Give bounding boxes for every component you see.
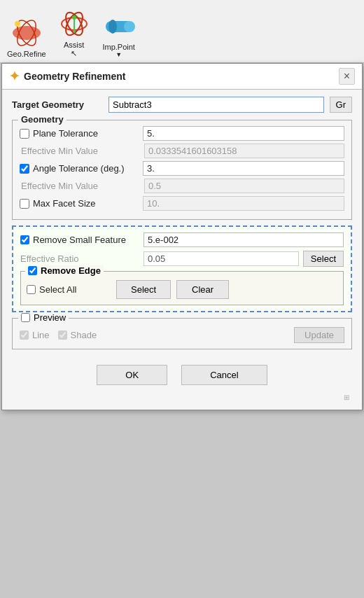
remove-small-feature-row: Remove Small Feature [20, 232, 344, 247]
toolbar-assist-label: Assist [64, 41, 84, 49]
toolbar-imp-point[interactable]: Imp.Point ▼ [102, 9, 136, 58]
preview-label-box: Preview [18, 312, 69, 323]
dialog-title-text: Geometry Refinement [24, 71, 125, 82]
dialog-title-icon: ✦ [9, 69, 20, 84]
remove-edge-group-label: Remove Edge [25, 265, 104, 276]
effective-ratio-label: Effective Ratio [20, 253, 139, 264]
gr-button[interactable]: Gr [330, 97, 352, 113]
close-button[interactable]: × [339, 68, 355, 85]
max-facet-size-input[interactable] [143, 196, 344, 211]
line-label[interactable]: Line [20, 330, 50, 340]
angle-tolerance-input[interactable] [143, 161, 344, 176]
toolbar-imp-point-label: Imp.Point [102, 43, 134, 51]
effective-min-row-1: Effective Min Value [20, 144, 344, 158]
effective-min-row-2: Effective Min Value [20, 179, 344, 193]
toolbar-assist[interactable]: Assist ↖ [57, 7, 91, 58]
plane-tolerance-checkbox[interactable] [20, 129, 29, 139]
dialog-body: Target Geometry Gr Geometry Plane Tolera… [2, 90, 362, 410]
select-all-checkbox[interactable] [27, 285, 36, 294]
preview-group: Preview Line Shade Update [12, 318, 352, 349]
max-facet-size-checkbox[interactable] [20, 199, 29, 209]
bottom-buttons: OK Cancel [12, 358, 352, 392]
update-button[interactable]: Update [294, 327, 344, 343]
geometry-group-label: Geometry [18, 114, 66, 125]
select-button[interactable]: Select [116, 280, 171, 299]
clear-button[interactable]: Clear [176, 280, 229, 299]
angle-tolerance-row: Angle Tolerance (deg.) [20, 161, 344, 176]
preview-sub-row: Line Shade Update [20, 327, 344, 343]
dialog-title: ✦ Geometry Refinement [9, 69, 125, 84]
angle-tolerance-checkbox[interactable] [20, 164, 29, 174]
remove-small-feature-checkbox[interactable] [20, 235, 29, 244]
remove-small-feature-label[interactable]: Remove Small Feature [20, 235, 139, 245]
cursor-icon: ↖ [71, 49, 77, 58]
plane-tolerance-input[interactable] [143, 126, 344, 141]
cancel-button[interactable]: Cancel [181, 365, 267, 385]
effective-ratio-select-button[interactable]: Select [303, 251, 344, 267]
assist-icon [57, 7, 91, 41]
effective-min-input-1 [144, 144, 344, 158]
target-geometry-label: Target Geometry [12, 99, 103, 110]
remove-small-feature-input[interactable] [144, 232, 344, 247]
toolbar-geo-refine[interactable]: Geo.Refine [7, 16, 46, 58]
preview-checkbox[interactable] [21, 313, 30, 322]
svg-point-10 [124, 21, 135, 32]
effective-min-label-1: Effective Min Value [21, 146, 140, 156]
shade-label[interactable]: Shade [58, 330, 97, 340]
select-all-label[interactable]: Select All [27, 284, 111, 295]
geo-refine-icon [10, 16, 43, 50]
max-facet-size-label[interactable]: Max Facet Size [20, 198, 139, 209]
target-geometry-row: Target Geometry Gr [12, 97, 352, 113]
dropdown-arrow-icon: ▼ [115, 51, 122, 58]
toolbar-geo-refine-label: Geo.Refine [7, 50, 46, 58]
toolbar: Geo.Refine Assist ↖ Imp.Point ▼ [0, 0, 364, 63]
angle-tolerance-label[interactable]: Angle Tolerance (deg.) [20, 163, 139, 174]
svg-point-0 [13, 26, 41, 40]
svg-point-11 [108, 20, 117, 34]
effective-min-label-2: Effective Min Value [21, 181, 140, 191]
dashed-section: Remove Small Feature Effective Ratio Sel… [12, 225, 352, 312]
svg-point-3 [15, 21, 20, 27]
plane-tolerance-label[interactable]: Plane Tolerance [20, 128, 139, 139]
resize-handle[interactable]: ⊞ [12, 392, 352, 403]
ok-button[interactable]: OK [97, 365, 167, 385]
remove-edge-controls-row: Select All Select Clear [27, 280, 337, 299]
effective-ratio-row: Effective Ratio Select [20, 251, 344, 267]
effective-min-input-2 [144, 179, 344, 193]
line-checkbox[interactable] [20, 331, 29, 340]
imp-point-icon [102, 9, 136, 43]
dialog-titlebar: ✦ Geometry Refinement × [2, 64, 362, 90]
geometry-group: Geometry Plane Tolerance Effective Min V… [12, 120, 352, 220]
geometry-refinement-dialog: ✦ Geometry Refinement × Target Geometry … [1, 63, 363, 410]
remove-edge-checkbox[interactable] [28, 266, 37, 275]
target-geometry-input[interactable] [108, 97, 324, 113]
max-facet-size-row: Max Facet Size [20, 196, 344, 211]
remove-edge-group: Remove Edge Select All Select Clear [20, 271, 344, 305]
effective-ratio-input[interactable] [144, 251, 299, 266]
shade-checkbox[interactable] [58, 331, 67, 340]
plane-tolerance-row: Plane Tolerance [20, 126, 344, 141]
